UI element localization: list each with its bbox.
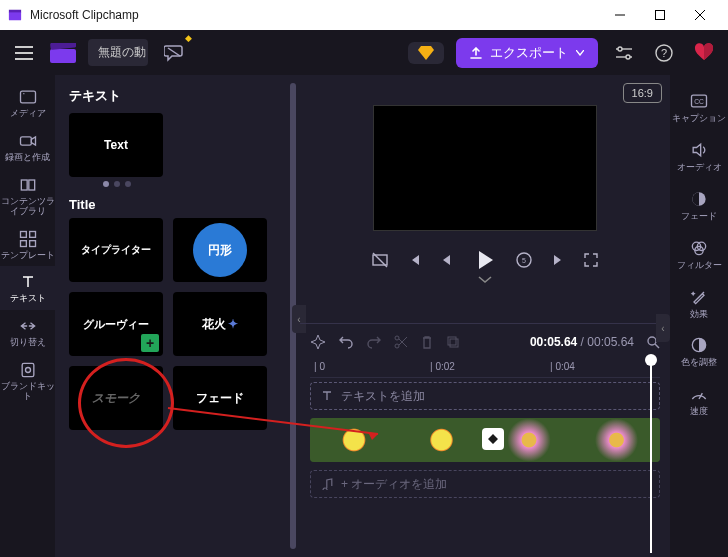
svg-rect-25	[20, 231, 26, 237]
nav-text[interactable]: テキスト	[0, 266, 55, 310]
svg-line-37	[399, 339, 407, 347]
export-button[interactable]: エクスポート	[456, 38, 598, 68]
collapse-panel-right[interactable]: ‹	[656, 314, 670, 342]
chevron-down-icon	[576, 50, 584, 56]
spark-icon: ✦	[228, 317, 238, 331]
app-title: Microsoft Clipchamp	[30, 8, 600, 22]
nav-library[interactable]: コンテンツライブラリ	[0, 169, 55, 223]
svg-rect-9	[50, 49, 76, 63]
svg-rect-22	[20, 137, 31, 145]
export-label: エクスポート	[490, 44, 568, 62]
aspect-ratio-button[interactable]: 16:9	[623, 83, 662, 103]
prev-frame-icon[interactable]	[439, 253, 453, 267]
thumb-fade[interactable]: フェード	[173, 366, 267, 430]
audio-track-placeholder[interactable]: + オーディオを追加	[310, 470, 660, 498]
text-t-icon	[321, 390, 333, 402]
timecode: 00:05.64 / 00:05.64	[530, 335, 634, 349]
rnav-filters[interactable]: フィルター	[670, 230, 728, 279]
rnav-speed[interactable]: 速度	[670, 376, 728, 425]
thumb-typewriter[interactable]: タイプライター	[69, 218, 163, 282]
skip-seconds-icon[interactable]: 5	[515, 251, 533, 269]
thumb-smoke[interactable]: スモーク	[69, 366, 163, 430]
hamburger-menu[interactable]	[10, 39, 38, 67]
svg-rect-28	[29, 240, 35, 246]
clipchamp-logo-icon	[8, 8, 22, 22]
redo-icon[interactable]	[366, 334, 382, 350]
timeline-ruler[interactable]: | 0 | 0:02 | 0:04	[310, 356, 660, 378]
svg-point-35	[395, 344, 399, 348]
clipchamp-icon	[50, 43, 76, 63]
preview-canvas[interactable]	[373, 105, 597, 231]
nav-transitions[interactable]: 切り替え	[0, 310, 55, 354]
thumb-groovy[interactable]: グルーヴィー+	[69, 292, 163, 356]
svg-rect-0	[9, 12, 21, 21]
svg-rect-40	[450, 339, 458, 347]
skip-start-icon[interactable]	[407, 253, 421, 267]
svg-line-42	[655, 344, 659, 348]
thumb-circle[interactable]: 円形	[173, 218, 267, 282]
window-minimize[interactable]	[600, 0, 640, 30]
rnav-fade[interactable]: フェード	[670, 181, 728, 230]
copy-icon[interactable]	[446, 335, 460, 349]
premium-badge[interactable]	[408, 42, 444, 64]
diamond-icon	[418, 46, 434, 60]
svg-rect-1	[9, 10, 21, 13]
svg-point-15	[626, 55, 630, 59]
svg-point-12	[618, 47, 622, 51]
upload-icon	[470, 47, 482, 59]
svg-text:5: 5	[522, 257, 526, 264]
svg-rect-27	[20, 240, 26, 246]
nav-brandkit[interactable]: ブランドキット	[0, 354, 55, 408]
panel-section-title: Title	[69, 197, 296, 212]
settings-sliders-icon[interactable]	[610, 39, 638, 67]
rnav-captions[interactable]: CCキャプション	[670, 83, 728, 132]
feedback-heart-icon[interactable]	[690, 39, 718, 67]
video-clip[interactable]	[310, 418, 660, 462]
nav-record[interactable]: 録画と作成	[0, 125, 55, 169]
carousel-dots	[69, 181, 296, 187]
thumb-plain-text[interactable]: Text	[69, 113, 163, 177]
help-icon[interactable]: ?	[650, 39, 678, 67]
project-name-field[interactable]: 無題の動	[88, 39, 148, 66]
nav-media[interactable]: メディア	[0, 81, 55, 125]
undo-icon[interactable]	[338, 334, 354, 350]
svg-rect-24	[28, 180, 34, 190]
skip-end-icon[interactable]	[551, 253, 565, 267]
svg-text:?: ?	[661, 47, 667, 59]
svg-line-11	[168, 48, 180, 56]
panel-section-text: テキスト	[69, 87, 296, 105]
nav-templates[interactable]: テンプレート	[0, 223, 55, 267]
svg-rect-10	[50, 43, 76, 50]
expand-chevron[interactable]	[477, 275, 493, 285]
ai-sparkle-icon[interactable]	[310, 334, 326, 350]
svg-line-38	[399, 337, 407, 345]
svg-text:CC: CC	[694, 98, 704, 105]
rnav-audio[interactable]: オーディオ	[670, 132, 728, 181]
svg-rect-39	[448, 337, 456, 345]
svg-rect-3	[656, 11, 665, 20]
svg-point-41	[648, 337, 656, 345]
text-track-placeholder[interactable]: テキストを追加	[310, 382, 660, 410]
svg-point-30	[25, 368, 30, 373]
svg-rect-23	[21, 180, 27, 190]
scissors-icon[interactable]	[394, 335, 408, 349]
svg-rect-20	[20, 91, 35, 103]
add-icon[interactable]: +	[141, 334, 159, 352]
svg-rect-26	[29, 231, 35, 237]
window-close[interactable]	[680, 0, 720, 30]
rnav-adjust[interactable]: 色を調整	[670, 327, 728, 376]
mute-icon[interactable]	[371, 251, 389, 269]
play-button[interactable]	[471, 247, 497, 273]
thumb-fireworks[interactable]: 花火✦	[173, 292, 267, 356]
svg-point-21	[23, 93, 24, 94]
playhead[interactable]	[650, 360, 652, 553]
rnav-effects[interactable]: 効果	[670, 279, 728, 328]
svg-point-36	[395, 336, 399, 340]
trash-icon[interactable]	[420, 335, 434, 349]
transition-marker-icon[interactable]	[482, 428, 504, 450]
magic-comment-icon[interactable]: ◆	[160, 39, 188, 67]
music-note-icon	[321, 478, 333, 490]
fullscreen-icon[interactable]	[583, 252, 599, 268]
window-maximize[interactable]	[640, 0, 680, 30]
svg-rect-29	[22, 364, 34, 377]
